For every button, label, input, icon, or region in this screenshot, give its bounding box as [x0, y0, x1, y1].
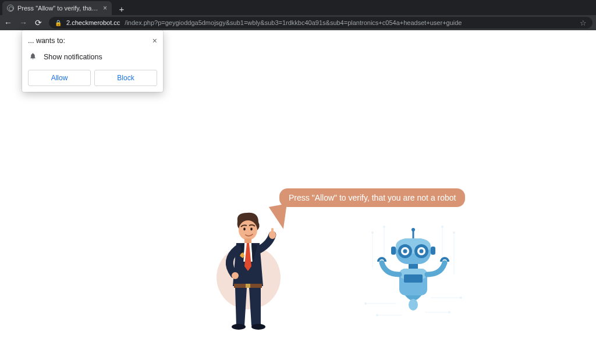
speech-bubble-text: Press "Allow" to verify, that you are no…: [289, 193, 456, 202]
svg-point-20: [364, 302, 367, 305]
browser-chrome: Press "Allow" to verify, that yo × + ← →…: [0, 0, 596, 30]
tab-title: Press "Allow" to verify, that yo: [17, 5, 100, 12]
tab-strip: Press "Allow" to verify, that yo × +: [0, 0, 596, 15]
svg-point-9: [232, 324, 246, 330]
svg-point-6: [232, 272, 239, 279]
browser-toolbar: ← → ⟳ 🔒 2.checkmerobot.cc/index.php?p=ge…: [0, 15, 596, 30]
close-tab-icon[interactable]: ×: [103, 4, 107, 12]
svg-rect-31: [391, 247, 396, 255]
businessman-illustration: [215, 210, 285, 331]
svg-rect-8: [246, 284, 250, 288]
close-icon[interactable]: ×: [152, 36, 157, 45]
block-button[interactable]: Block: [94, 70, 157, 86]
globe-icon: [7, 5, 14, 12]
svg-point-43: [409, 299, 418, 311]
svg-point-22: [460, 297, 462, 299]
forward-button: →: [19, 18, 28, 27]
address-bar[interactable]: 🔒 2.checkmerobot.cc/index.php?p=geygiodd…: [49, 17, 593, 28]
allow-button[interactable]: Allow: [28, 70, 91, 86]
permission-origin-text: ... wants to:: [28, 37, 152, 45]
lock-icon: 🔒: [55, 20, 62, 26]
notification-permission-prompt: ... wants to: × Show notifications Allow…: [22, 30, 163, 92]
svg-point-38: [420, 249, 424, 254]
svg-point-1: [243, 228, 246, 231]
svg-point-0: [239, 220, 257, 240]
url-path: /index.php?p=geygioddga5dmojsgy&sub1=wbl…: [125, 19, 462, 26]
svg-rect-39: [409, 264, 418, 269]
back-button[interactable]: ←: [3, 18, 13, 27]
svg-rect-42: [404, 274, 423, 283]
url-domain: 2.checkmerobot.cc: [66, 19, 120, 26]
svg-rect-3: [244, 238, 251, 243]
permission-label: Show notifications: [44, 53, 102, 61]
bell-icon: [29, 52, 37, 62]
svg-rect-32: [431, 247, 435, 255]
svg-rect-5: [271, 228, 274, 234]
svg-point-35: [403, 249, 407, 254]
bookmark-star-icon[interactable]: ☆: [580, 19, 587, 27]
robot-illustration: [372, 228, 454, 315]
speech-bubble: Press "Allow" to verify, that you are no…: [279, 188, 465, 207]
new-tab-button[interactable]: +: [115, 2, 128, 15]
svg-point-28: [411, 228, 415, 231]
svg-point-2: [250, 228, 253, 231]
svg-point-10: [251, 324, 265, 330]
browser-tab[interactable]: Press "Allow" to verify, that yo ×: [2, 1, 112, 15]
reload-button[interactable]: ⟳: [34, 18, 43, 27]
